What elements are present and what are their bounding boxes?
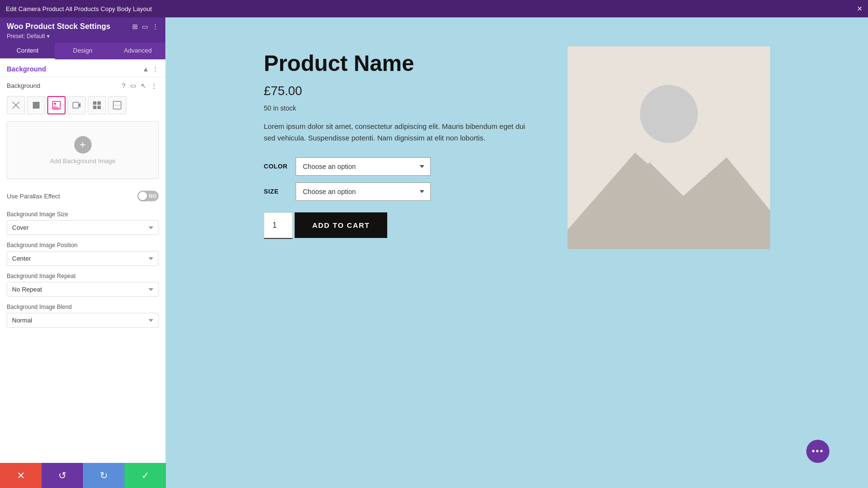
- background-label-row: Background ? ▭ ↖ ⋮: [0, 77, 165, 93]
- preset-arrow: ▾: [47, 33, 50, 40]
- product-options: COLOR Choose an option SIZE Choose an op…: [264, 157, 539, 201]
- bg-image-repeat-label: Background Image Repeat: [7, 273, 159, 279]
- bg-image-blend-select[interactable]: Normal Multiply Screen Overlay Darken Li…: [7, 313, 159, 328]
- row-more-icon-button[interactable]: ⋮: [149, 81, 159, 90]
- svg-rect-0: [33, 102, 40, 109]
- panel-header-icons: ⊞ ▭ ⋮: [132, 23, 159, 30]
- bg-image-repeat-group: Background Image Repeat No Repeat Tile T…: [0, 268, 165, 299]
- tab-design[interactable]: Design: [55, 42, 110, 59]
- svg-point-2: [54, 103, 56, 105]
- color-label: COLOR: [264, 163, 288, 170]
- save-button[interactable]: ✓: [124, 463, 166, 488]
- product-layout: Product Name £75.00 50 in stock Lorem ip…: [264, 46, 770, 251]
- cursor-icon-button[interactable]: ↖: [139, 81, 148, 90]
- bg-type-none-button[interactable]: [7, 96, 25, 114]
- bg-image-size-select[interactable]: Cover Contain Auto: [7, 220, 159, 235]
- svg-rect-3: [73, 102, 79, 108]
- section-actions: ▲ ⋮: [142, 65, 159, 73]
- bg-image-size-label: Background Image Size: [7, 211, 159, 218]
- copy-icon-button[interactable]: ⊞: [132, 23, 138, 30]
- cancel-button[interactable]: ✕: [0, 463, 41, 488]
- color-option-row: COLOR Choose an option: [264, 157, 539, 176]
- parallax-toggle[interactable]: NO: [137, 191, 159, 201]
- top-bar-title: Edit Camera Product All Products Copy Bo…: [6, 5, 152, 13]
- panel-header: Woo Product Stock Settings ⊞ ▭ ⋮ Preset:…: [0, 17, 165, 42]
- close-button[interactable]: ×: [857, 4, 862, 13]
- redo-icon: ↻: [100, 470, 108, 481]
- background-label: Background: [7, 82, 40, 89]
- svg-rect-5: [97, 101, 101, 105]
- quantity-input[interactable]: [264, 212, 293, 239]
- background-section-header: Background ▲ ⋮: [0, 59, 165, 77]
- upload-label: Add Background Image: [50, 157, 116, 165]
- tab-content[interactable]: Content: [0, 42, 55, 59]
- add-to-cart-button[interactable]: ADD TO CART: [295, 212, 387, 238]
- svg-rect-6: [93, 106, 96, 109]
- collapse-icon-button[interactable]: ▲: [142, 65, 149, 73]
- bg-row-icons: ? ▭ ↖ ⋮: [121, 81, 159, 90]
- size-label: SIZE: [264, 188, 288, 195]
- top-bar: Edit Camera Product All Products Copy Bo…: [0, 0, 868, 17]
- parallax-label: Use Parallax Effect: [7, 193, 60, 200]
- main-area: Product Name £75.00 50 in stock Lorem ip…: [166, 17, 868, 488]
- left-panel: Woo Product Stock Settings ⊞ ▭ ⋮ Preset:…: [0, 17, 166, 488]
- add-to-cart-label: ADD TO CART: [312, 221, 370, 229]
- bg-image-blend-group: Background Image Blend Normal Multiply S…: [0, 299, 165, 330]
- bg-image-blend-label: Background Image Blend: [7, 304, 159, 310]
- save-icon: ✓: [141, 470, 149, 481]
- product-image: [568, 46, 770, 249]
- undo-icon: ↺: [58, 470, 67, 481]
- svg-rect-4: [93, 101, 96, 105]
- panel-tabs: Content Design Advanced: [0, 42, 165, 59]
- product-info: Product Name £75.00 50 in stock Lorem ip…: [264, 46, 539, 251]
- undo-button[interactable]: ↺: [41, 463, 83, 488]
- background-section-title: Background: [7, 65, 46, 73]
- bg-image-size-group: Background Image Size Cover Contain Auto: [0, 206, 165, 237]
- svg-point-10: [640, 85, 698, 143]
- toggle-no-label: NO: [149, 194, 157, 199]
- dots-icon: •••: [812, 446, 824, 457]
- bg-image-position-label: Background Image Position: [7, 242, 159, 249]
- mobile-icon-button[interactable]: ▭: [142, 23, 148, 30]
- bg-image-position-select[interactable]: Center Top Left Top Center Top Right Cen…: [7, 251, 159, 266]
- section-more-icon-button[interactable]: ⋮: [152, 65, 159, 73]
- product-image-svg: [568, 46, 770, 249]
- bg-type-color-button[interactable]: [27, 96, 45, 114]
- size-select[interactable]: Choose an option: [296, 182, 431, 201]
- bg-image-repeat-select[interactable]: No Repeat Tile Tile Horizontally Tile Ve…: [7, 282, 159, 297]
- panel-content: Background ▲ ⋮ Background ? ▭ ↖ ⋮: [0, 59, 165, 488]
- more-icon-button[interactable]: ⋮: [152, 23, 159, 30]
- product-price: £75.00: [264, 84, 539, 98]
- size-option-row: SIZE Choose an option: [264, 182, 539, 201]
- redo-button[interactable]: ↻: [83, 463, 124, 488]
- bg-type-pattern-button[interactable]: [88, 96, 106, 114]
- help-icon-button[interactable]: ?: [121, 81, 127, 90]
- image-upload-area[interactable]: + Add Background Image: [7, 121, 159, 179]
- bottom-bar: ✕ ↺ ↻ ✓: [0, 463, 166, 488]
- bg-type-video-button[interactable]: [68, 96, 86, 114]
- bg-type-icons: [0, 93, 165, 119]
- preset-label[interactable]: Preset: Default: [7, 33, 45, 40]
- preset-row: Preset: Default ▾: [7, 33, 159, 40]
- product-description: Lorem ipsum dolor sit amet, consectetur …: [264, 121, 539, 144]
- bg-type-image-button[interactable]: [47, 96, 66, 114]
- panel-title: Woo Product Stock Settings: [7, 22, 110, 31]
- svg-rect-7: [97, 106, 101, 109]
- product-stock: 50 in stock: [264, 104, 539, 112]
- bg-type-mask-button[interactable]: [108, 96, 126, 114]
- upload-plus-icon: +: [74, 136, 92, 153]
- product-name: Product Name: [264, 51, 539, 76]
- bg-image-position-group: Background Image Position Center Top Lef…: [0, 237, 165, 268]
- device-icon-button[interactable]: ▭: [129, 81, 137, 90]
- color-select[interactable]: Choose an option: [296, 157, 431, 176]
- cancel-icon: ✕: [17, 470, 25, 481]
- parallax-row: Use Parallax Effect NO: [0, 186, 165, 206]
- tab-advanced[interactable]: Advanced: [110, 42, 165, 59]
- floating-dots-button[interactable]: •••: [806, 440, 829, 463]
- toggle-knob: [138, 192, 147, 200]
